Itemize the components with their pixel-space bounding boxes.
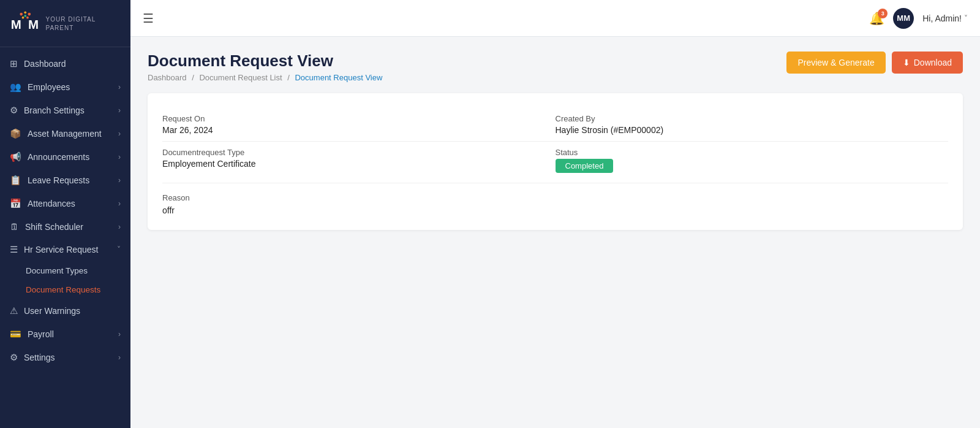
topbar-right: 🔔 3 MM Hi, Admin! ˅ [869, 8, 968, 29]
chevron-right-icon: › [118, 199, 121, 208]
sidebar-item-label: Shift Scheduler [25, 222, 83, 232]
settings-icon: ⚙ [10, 352, 18, 363]
sidebar-item-settings[interactable]: ⚙ Settings › [0, 346, 130, 369]
card-grid: Request On Mar 26, 2024 Documentrequest … [162, 108, 948, 179]
asset-management-icon: 📦 [10, 128, 21, 139]
sidebar-nav: ⊞ Dashboard 👥 Employees › ⚙ Branch Setti… [0, 47, 130, 428]
reason-value: offr [162, 205, 948, 215]
branch-settings-icon: ⚙ [10, 105, 18, 116]
sidebar-subitem-label: Document Types [26, 266, 88, 275]
svg-point-5 [22, 17, 24, 19]
created-by-field: Created By Haylie Strosin (#EMP00002) [556, 108, 949, 142]
document-request-card: Request On Mar 26, 2024 Documentrequest … [148, 93, 963, 230]
svg-point-6 [26, 17, 29, 19]
chevron-right-icon: › [118, 223, 121, 231]
svg-text:M: M [28, 17, 39, 31]
chevron-right-icon: › [118, 129, 121, 138]
svg-point-2 [20, 13, 23, 16]
page-title: Document Request View [148, 52, 382, 71]
sidebar-item-label: Employees [28, 82, 70, 92]
logo-icon: M M [10, 7, 40, 40]
sidebar-logo: M M YOUR DIGITAL PARENT [0, 0, 130, 47]
topbar-left: ☰ [143, 11, 154, 26]
payroll-icon: 💳 [10, 329, 21, 340]
preview-generate-button[interactable]: Preview & Generate [786, 52, 885, 74]
shift-scheduler-icon: 🗓 [10, 221, 19, 232]
breadcrumb-sep2: / [287, 73, 290, 82]
sidebar-item-label: Asset Management [28, 129, 102, 139]
sidebar-item-label: Payroll [28, 329, 54, 339]
request-on-value: Mar 26, 2024 [162, 125, 556, 135]
sidebar-item-label: Settings [24, 353, 55, 362]
download-icon: ⬇ [903, 58, 910, 67]
svg-point-3 [24, 11, 26, 13]
created-by-value: Haylie Strosin (#EMP00002) [556, 125, 949, 135]
svg-text:M: M [11, 17, 21, 31]
docrequest-type-label: Documentrequest Type [162, 148, 556, 157]
docrequest-type-value: Employement Certificate [162, 159, 556, 169]
leave-requests-icon: 📋 [10, 175, 21, 186]
docrequest-type-field: Documentrequest Type Employement Certifi… [162, 142, 556, 175]
sidebar-item-dashboard[interactable]: ⊞ Dashboard [0, 52, 130, 75]
user-warnings-icon: ⚠ [10, 305, 18, 316]
reason-section: Reason offr [162, 193, 948, 215]
logo-text: YOUR DIGITAL PARENT [45, 15, 121, 32]
hamburger-menu-icon[interactable]: ☰ [143, 11, 154, 26]
sidebar-item-shift-scheduler[interactable]: 🗓 Shift Scheduler › [0, 215, 130, 238]
chevron-right-icon: › [118, 83, 121, 91]
breadcrumb-dashboard[interactable]: Dashboard [148, 73, 187, 82]
page-header: Document Request View Dashboard / Docume… [148, 52, 963, 82]
employees-icon: 👥 [10, 82, 21, 93]
request-on-label: Request On [162, 114, 556, 123]
main-area: ☰ 🔔 3 MM Hi, Admin! ˅ Document Request V… [130, 0, 980, 428]
svg-point-7 [24, 15, 26, 17]
hr-service-icon: ☰ [10, 244, 18, 255]
status-label: Status [556, 148, 949, 157]
breadcrumb-current: Document Request View [295, 73, 382, 82]
user-menu[interactable]: Hi, Admin! ˅ [922, 13, 968, 23]
sidebar-item-label: Branch Settings [24, 105, 85, 115]
breadcrumb: Dashboard / Document Request List / Docu… [148, 73, 382, 82]
sidebar-item-attendances[interactable]: 📅 Attendances › [0, 192, 130, 215]
chevron-right-icon: › [118, 330, 121, 338]
notifications-button[interactable]: 🔔 3 [869, 11, 884, 26]
header-actions: Preview & Generate ⬇ Download [786, 52, 963, 74]
chevron-right-icon: › [118, 176, 121, 185]
reason-label: Reason [162, 193, 948, 202]
sidebar-item-branch-settings[interactable]: ⚙ Branch Settings › [0, 99, 130, 122]
download-button[interactable]: ⬇ Download [892, 52, 963, 74]
request-on-field: Request On Mar 26, 2024 [162, 108, 556, 142]
notification-badge: 3 [878, 9, 888, 18]
sidebar-item-label: User Warnings [24, 306, 80, 316]
user-menu-chevron-icon: ˅ [964, 14, 968, 23]
sidebar-item-user-warnings[interactable]: ⚠ User Warnings [0, 299, 130, 323]
sidebar-item-asset-management[interactable]: 📦 Asset Management › [0, 122, 130, 145]
svg-point-4 [28, 13, 31, 16]
sidebar-subitem-document-requests[interactable]: Document Requests [0, 280, 130, 299]
sidebar-item-label: Leave Requests [28, 175, 89, 185]
card-divider [162, 183, 948, 183]
user-avatar: MM [893, 8, 914, 29]
sidebar-item-label: Attendances [28, 199, 75, 208]
dashboard-icon: ⊞ [10, 58, 18, 69]
sidebar-item-leave-requests[interactable]: 📋 Leave Requests › [0, 169, 130, 192]
sidebar-item-payroll[interactable]: 💳 Payroll › [0, 323, 130, 346]
attendances-icon: 📅 [10, 198, 21, 209]
breadcrumb-sep1: / [192, 73, 194, 82]
sidebar-item-label: Hr Service Request [24, 245, 98, 254]
chevron-right-icon: › [118, 153, 121, 161]
sidebar-item-announcements[interactable]: 📢 Announcements › [0, 145, 130, 169]
page-header-left: Document Request View Dashboard / Docume… [148, 52, 382, 82]
status-badge: Completed [556, 159, 614, 173]
sidebar-subitem-label: Document Requests [26, 285, 100, 294]
card-right-col: Created By Haylie Strosin (#EMP00002) St… [556, 108, 949, 179]
sidebar: M M YOUR DIGITAL PARENT ⊞ Dashboard 👥 Em… [0, 0, 130, 428]
sidebar-item-employees[interactable]: 👥 Employees › [0, 75, 130, 99]
sidebar-subitem-document-types[interactable]: Document Types [0, 261, 130, 280]
announcements-icon: 📢 [10, 151, 21, 162]
chevron-right-icon: › [118, 106, 121, 115]
sidebar-item-hr-service-request[interactable]: ☰ Hr Service Request ˅ [0, 238, 130, 261]
sidebar-item-label: Dashboard [24, 59, 66, 69]
status-field: Status Completed [556, 142, 949, 179]
breadcrumb-list[interactable]: Document Request List [199, 73, 282, 82]
